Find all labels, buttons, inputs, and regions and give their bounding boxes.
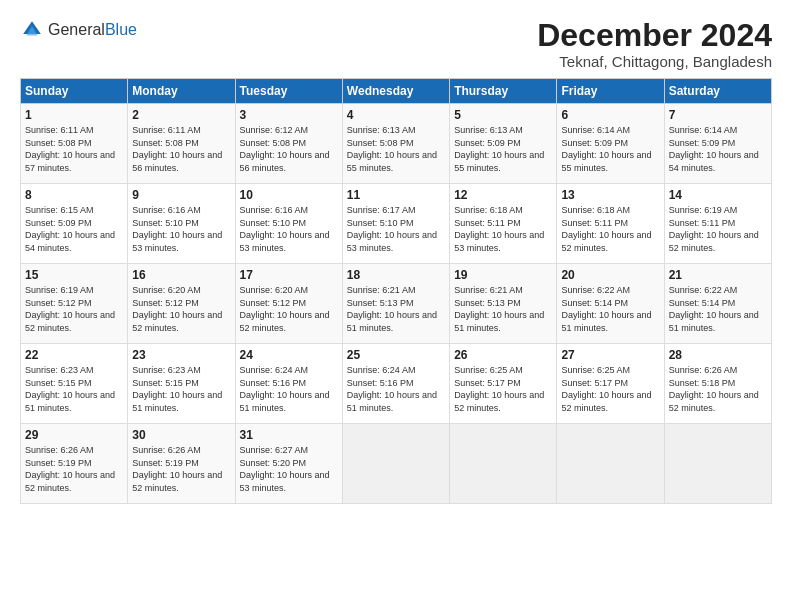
weekday-header: Wednesday <box>342 79 449 104</box>
calendar-cell: 29 Sunrise: 6:26 AMSunset: 5:19 PMDaylig… <box>21 424 128 504</box>
day-info: Sunrise: 6:14 AMSunset: 5:09 PMDaylight:… <box>669 124 767 174</box>
day-number: 14 <box>669 188 767 202</box>
calendar-cell: 23 Sunrise: 6:23 AMSunset: 5:15 PMDaylig… <box>128 344 235 424</box>
calendar-week-row: 22 Sunrise: 6:23 AMSunset: 5:15 PMDaylig… <box>21 344 772 424</box>
calendar-cell <box>664 424 771 504</box>
calendar-cell: 22 Sunrise: 6:23 AMSunset: 5:15 PMDaylig… <box>21 344 128 424</box>
day-number: 21 <box>669 268 767 282</box>
calendar-table: SundayMondayTuesdayWednesdayThursdayFrid… <box>20 78 772 504</box>
day-number: 5 <box>454 108 552 122</box>
day-number: 3 <box>240 108 338 122</box>
calendar-cell: 16 Sunrise: 6:20 AMSunset: 5:12 PMDaylig… <box>128 264 235 344</box>
day-info: Sunrise: 6:21 AMSunset: 5:13 PMDaylight:… <box>454 284 552 334</box>
day-info: Sunrise: 6:16 AMSunset: 5:10 PMDaylight:… <box>240 204 338 254</box>
day-info: Sunrise: 6:27 AMSunset: 5:20 PMDaylight:… <box>240 444 338 494</box>
day-info: Sunrise: 6:26 AMSunset: 5:19 PMDaylight:… <box>25 444 123 494</box>
logo-blue-text: Blue <box>105 21 137 39</box>
calendar-cell: 7 Sunrise: 6:14 AMSunset: 5:09 PMDayligh… <box>664 104 771 184</box>
calendar-cell: 18 Sunrise: 6:21 AMSunset: 5:13 PMDaylig… <box>342 264 449 344</box>
title-block: December 2024 Teknaf, Chittagong, Bangla… <box>537 18 772 70</box>
page-title: December 2024 <box>537 18 772 53</box>
calendar-cell: 9 Sunrise: 6:16 AMSunset: 5:10 PMDayligh… <box>128 184 235 264</box>
day-info: Sunrise: 6:18 AMSunset: 5:11 PMDaylight:… <box>454 204 552 254</box>
day-info: Sunrise: 6:12 AMSunset: 5:08 PMDaylight:… <box>240 124 338 174</box>
day-number: 30 <box>132 428 230 442</box>
day-info: Sunrise: 6:15 AMSunset: 5:09 PMDaylight:… <box>25 204 123 254</box>
day-number: 7 <box>669 108 767 122</box>
day-number: 22 <box>25 348 123 362</box>
day-number: 10 <box>240 188 338 202</box>
calendar-cell: 15 Sunrise: 6:19 AMSunset: 5:12 PMDaylig… <box>21 264 128 344</box>
day-number: 23 <box>132 348 230 362</box>
day-info: Sunrise: 6:24 AMSunset: 5:16 PMDaylight:… <box>240 364 338 414</box>
page: GeneralBlue December 2024 Teknaf, Chitta… <box>0 0 792 612</box>
day-number: 17 <box>240 268 338 282</box>
day-info: Sunrise: 6:16 AMSunset: 5:10 PMDaylight:… <box>132 204 230 254</box>
calendar-header: SundayMondayTuesdayWednesdayThursdayFrid… <box>21 79 772 104</box>
day-number: 20 <box>561 268 659 282</box>
day-info: Sunrise: 6:18 AMSunset: 5:11 PMDaylight:… <box>561 204 659 254</box>
logo: GeneralBlue <box>20 18 137 42</box>
day-number: 15 <box>25 268 123 282</box>
calendar-cell: 17 Sunrise: 6:20 AMSunset: 5:12 PMDaylig… <box>235 264 342 344</box>
calendar-cell: 19 Sunrise: 6:21 AMSunset: 5:13 PMDaylig… <box>450 264 557 344</box>
day-info: Sunrise: 6:22 AMSunset: 5:14 PMDaylight:… <box>669 284 767 334</box>
calendar-cell <box>450 424 557 504</box>
calendar-cell: 8 Sunrise: 6:15 AMSunset: 5:09 PMDayligh… <box>21 184 128 264</box>
calendar-cell: 4 Sunrise: 6:13 AMSunset: 5:08 PMDayligh… <box>342 104 449 184</box>
day-number: 9 <box>132 188 230 202</box>
calendar-cell: 24 Sunrise: 6:24 AMSunset: 5:16 PMDaylig… <box>235 344 342 424</box>
day-number: 13 <box>561 188 659 202</box>
day-info: Sunrise: 6:11 AMSunset: 5:08 PMDaylight:… <box>25 124 123 174</box>
calendar-cell: 26 Sunrise: 6:25 AMSunset: 5:17 PMDaylig… <box>450 344 557 424</box>
calendar-week-row: 29 Sunrise: 6:26 AMSunset: 5:19 PMDaylig… <box>21 424 772 504</box>
calendar-cell: 27 Sunrise: 6:25 AMSunset: 5:17 PMDaylig… <box>557 344 664 424</box>
calendar-cell: 20 Sunrise: 6:22 AMSunset: 5:14 PMDaylig… <box>557 264 664 344</box>
logo-text: GeneralBlue <box>48 21 137 39</box>
day-info: Sunrise: 6:24 AMSunset: 5:16 PMDaylight:… <box>347 364 445 414</box>
weekday-header: Thursday <box>450 79 557 104</box>
day-info: Sunrise: 6:19 AMSunset: 5:11 PMDaylight:… <box>669 204 767 254</box>
day-info: Sunrise: 6:22 AMSunset: 5:14 PMDaylight:… <box>561 284 659 334</box>
calendar-cell: 11 Sunrise: 6:17 AMSunset: 5:10 PMDaylig… <box>342 184 449 264</box>
day-number: 28 <box>669 348 767 362</box>
day-info: Sunrise: 6:26 AMSunset: 5:18 PMDaylight:… <box>669 364 767 414</box>
day-info: Sunrise: 6:20 AMSunset: 5:12 PMDaylight:… <box>240 284 338 334</box>
calendar-cell <box>342 424 449 504</box>
day-number: 27 <box>561 348 659 362</box>
calendar-cell: 3 Sunrise: 6:12 AMSunset: 5:08 PMDayligh… <box>235 104 342 184</box>
day-number: 18 <box>347 268 445 282</box>
calendar-cell: 1 Sunrise: 6:11 AMSunset: 5:08 PMDayligh… <box>21 104 128 184</box>
weekday-header: Sunday <box>21 79 128 104</box>
calendar-week-row: 1 Sunrise: 6:11 AMSunset: 5:08 PMDayligh… <box>21 104 772 184</box>
day-info: Sunrise: 6:23 AMSunset: 5:15 PMDaylight:… <box>132 364 230 414</box>
day-number: 12 <box>454 188 552 202</box>
calendar-cell: 6 Sunrise: 6:14 AMSunset: 5:09 PMDayligh… <box>557 104 664 184</box>
page-subtitle: Teknaf, Chittagong, Bangladesh <box>537 53 772 70</box>
calendar-cell: 5 Sunrise: 6:13 AMSunset: 5:09 PMDayligh… <box>450 104 557 184</box>
weekday-header: Friday <box>557 79 664 104</box>
day-number: 16 <box>132 268 230 282</box>
calendar-cell: 21 Sunrise: 6:22 AMSunset: 5:14 PMDaylig… <box>664 264 771 344</box>
calendar-week-row: 15 Sunrise: 6:19 AMSunset: 5:12 PMDaylig… <box>21 264 772 344</box>
header: GeneralBlue December 2024 Teknaf, Chitta… <box>20 18 772 70</box>
weekday-header: Saturday <box>664 79 771 104</box>
logo-icon <box>20 18 44 42</box>
day-info: Sunrise: 6:25 AMSunset: 5:17 PMDaylight:… <box>561 364 659 414</box>
day-number: 8 <box>25 188 123 202</box>
weekday-row: SundayMondayTuesdayWednesdayThursdayFrid… <box>21 79 772 104</box>
calendar-cell: 30 Sunrise: 6:26 AMSunset: 5:19 PMDaylig… <box>128 424 235 504</box>
day-number: 26 <box>454 348 552 362</box>
day-info: Sunrise: 6:23 AMSunset: 5:15 PMDaylight:… <box>25 364 123 414</box>
calendar-cell: 10 Sunrise: 6:16 AMSunset: 5:10 PMDaylig… <box>235 184 342 264</box>
day-info: Sunrise: 6:11 AMSunset: 5:08 PMDaylight:… <box>132 124 230 174</box>
weekday-header: Monday <box>128 79 235 104</box>
day-info: Sunrise: 6:26 AMSunset: 5:19 PMDaylight:… <box>132 444 230 494</box>
day-number: 6 <box>561 108 659 122</box>
day-number: 29 <box>25 428 123 442</box>
calendar-body: 1 Sunrise: 6:11 AMSunset: 5:08 PMDayligh… <box>21 104 772 504</box>
logo-general: General <box>48 21 105 39</box>
day-number: 25 <box>347 348 445 362</box>
calendar-cell: 31 Sunrise: 6:27 AMSunset: 5:20 PMDaylig… <box>235 424 342 504</box>
calendar-cell: 28 Sunrise: 6:26 AMSunset: 5:18 PMDaylig… <box>664 344 771 424</box>
